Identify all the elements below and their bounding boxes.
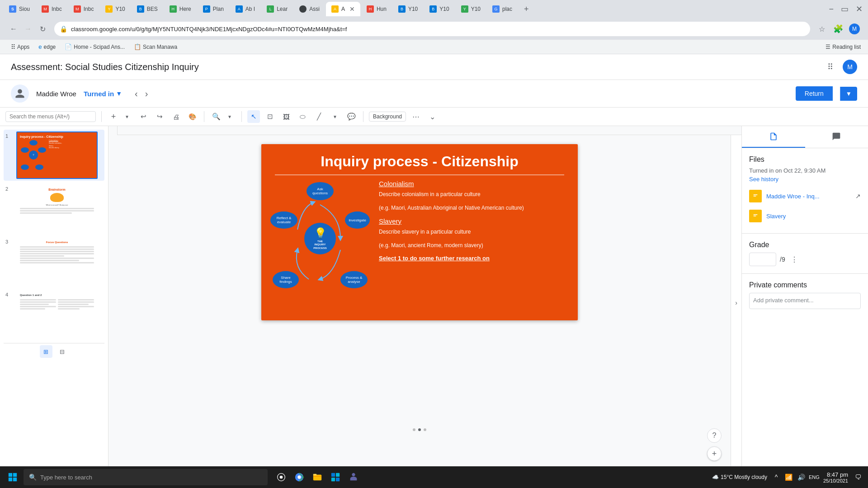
file-item-2[interactable]: Slavery [749, 206, 861, 226]
tab-abi[interactable]: A Ab I [230, 2, 260, 16]
tab-hun[interactable]: H Hun [361, 2, 392, 16]
notification-button[interactable]: 🗨 [852, 471, 864, 483]
list-view-button[interactable]: ⊟ [56, 345, 69, 358]
bookmark-scipad-label: Home - Scipad Ans... [74, 44, 125, 50]
chrome-taskbar-button[interactable] [291, 469, 307, 485]
lines-dropdown-button[interactable]: ▼ [329, 110, 341, 123]
expand-panel-button[interactable]: › [731, 135, 741, 470]
next-student-button[interactable]: › [143, 87, 150, 101]
text-box-button[interactable]: ⊡ [264, 110, 276, 123]
comment-button[interactable]: 💬 [345, 110, 358, 123]
student-name: Maddie Wroe [36, 90, 76, 98]
profile-icon[interactable]: M [848, 23, 861, 35]
status-dropdown[interactable]: Turned in ▼ [84, 90, 122, 98]
paint-format-button[interactable]: 🎨 [186, 110, 198, 123]
background-button[interactable]: Background [369, 112, 406, 122]
slide-thumbnail-4[interactable]: 4 Question 1 and 2 [4, 288, 104, 339]
taskbar: 🔍 Type here to search [0, 466, 868, 488]
insert-group: + ▼ [107, 110, 133, 123]
teams-button[interactable] [345, 469, 362, 485]
zoom-dropdown-button[interactable]: ▼ [223, 110, 236, 123]
insert-dropdown-button[interactable]: ▼ [121, 110, 133, 123]
files-tab[interactable] [742, 126, 805, 148]
slide-thumbnail-3[interactable]: 3 Focus Questions [4, 235, 104, 286]
forward-button[interactable]: → [22, 23, 34, 35]
more-options-button[interactable]: ⋯ [410, 110, 422, 123]
minimize-icon[interactable]: − [827, 3, 835, 16]
share-findings-node: Sharefindings [273, 271, 299, 288]
tab-y10-4[interactable]: Y Y10 [456, 2, 486, 16]
file-explorer-button[interactable] [309, 469, 326, 485]
image-button[interactable]: 🖼 [280, 110, 292, 123]
tab-label: Plan [213, 6, 224, 12]
return-button[interactable]: Return [796, 86, 833, 101]
tab-plan[interactable]: P Plan [198, 2, 229, 16]
bookmark-scipad[interactable]: 📄 Home - Scipad Ans... [61, 42, 128, 51]
insert-button[interactable]: + [107, 110, 120, 123]
redo-button[interactable]: ↪ [153, 110, 166, 123]
tab-close-icon[interactable]: ✕ [349, 5, 355, 13]
tab-inbox1[interactable]: M Inbc [36, 2, 67, 16]
task-view-button[interactable] [273, 469, 289, 485]
file-open-icon-1[interactable]: ↗ [855, 192, 861, 200]
bookmark-star-icon[interactable]: ☆ [816, 23, 828, 35]
tab-siou[interactable]: S Siou [4, 2, 35, 16]
right-panel: Files Turned in on Oct 22, 9:30 AM See h… [741, 126, 868, 488]
taskbar-search[interactable]: 🔍 Type here to search [24, 469, 268, 485]
weather-display[interactable]: ☁️ 15°C Mostly cloudy [712, 474, 767, 480]
select-tool-button[interactable]: ↖ [247, 110, 260, 123]
shapes-button[interactable]: ⬭ [296, 110, 309, 123]
tab-y10-2[interactable]: B Y10 [393, 2, 423, 16]
tab-here[interactable]: H Here [164, 2, 197, 16]
prev-student-button[interactable]: ‹ [133, 87, 140, 101]
see-history-link[interactable]: See history [749, 176, 861, 183]
grade-input[interactable] [749, 253, 776, 266]
grid-view-button[interactable]: ⊞ [40, 345, 52, 358]
store-button[interactable] [327, 469, 344, 485]
comment-input[interactable]: Add private comment... [749, 293, 861, 309]
bookmark-apps[interactable]: ⠿ Apps [7, 42, 33, 52]
file-item-1[interactable]: Maddie Wroe - Inq... ↗ [749, 186, 861, 206]
lines-button[interactable]: ╱ [312, 110, 325, 123]
volume-icon[interactable]: 🔊 [796, 472, 807, 483]
reload-button[interactable]: ↻ [36, 23, 49, 35]
comments-tab[interactable] [805, 126, 868, 148]
restore-icon[interactable]: ▭ [839, 2, 850, 16]
tab-lear[interactable]: L Lear [261, 2, 293, 16]
print-button[interactable]: 🖨 [170, 110, 182, 123]
system-clock[interactable]: 8:47 pm 25/10/2021 [823, 471, 848, 483]
help-button[interactable]: ? [707, 428, 722, 443]
bookmark-edge[interactable]: e edge [35, 42, 59, 51]
student-avatar [11, 84, 29, 103]
add-note-button[interactable]: + [707, 446, 722, 461]
slide-thumbnail-1[interactable]: 1 Inquiry process - Citizenship ? [4, 130, 104, 181]
close-window-icon[interactable]: ✕ [854, 2, 864, 16]
zoom-button[interactable]: 🔍 [210, 110, 222, 123]
undo-button[interactable]: ↩ [137, 110, 150, 123]
search-menus-input[interactable] [5, 111, 96, 122]
network-icon[interactable]: 📶 [783, 472, 794, 483]
tab-plac[interactable]: G plac [487, 2, 518, 16]
url-bar[interactable]: 🔒 classroom.google.com/u/0/g/tg/MjY5NTU0… [54, 22, 810, 36]
tab-y10-1[interactable]: Y Y10 [100, 2, 130, 16]
tab-active[interactable]: A A ✕ [326, 2, 360, 16]
back-button[interactable]: ← [7, 23, 20, 35]
reading-list-button[interactable]: ☰ Reading list [826, 44, 861, 50]
system-tray-expand[interactable]: ^ [771, 472, 782, 483]
start-button[interactable] [4, 468, 22, 486]
grid-icon[interactable]: ⠿ [823, 60, 837, 74]
language-indicator[interactable]: ENG [809, 472, 820, 483]
tab-inbox2[interactable]: M Inbc [68, 2, 99, 16]
user-avatar[interactable]: M [843, 60, 857, 74]
main-slide[interactable]: Inquiry process - Citizenship [261, 144, 578, 320]
expand-toolbar-button[interactable]: ⌄ [426, 110, 439, 123]
bookmark-scan[interactable]: 📋 Scan Manawa [130, 42, 181, 51]
extension-icon[interactable]: 🧩 [832, 23, 844, 35]
tab-y10-3[interactable]: B Y10 [424, 2, 454, 16]
return-dropdown-button[interactable]: ▼ [840, 87, 857, 101]
grade-more-button[interactable]: ⋮ [789, 253, 800, 266]
slide-thumbnail-2[interactable]: 2 Brainstorm What is around? Brainy use [4, 183, 104, 234]
new-tab-button[interactable]: + [520, 5, 533, 14]
tab-bes[interactable]: B BES [132, 2, 163, 16]
tab-assi[interactable]: Assi [294, 2, 325, 16]
